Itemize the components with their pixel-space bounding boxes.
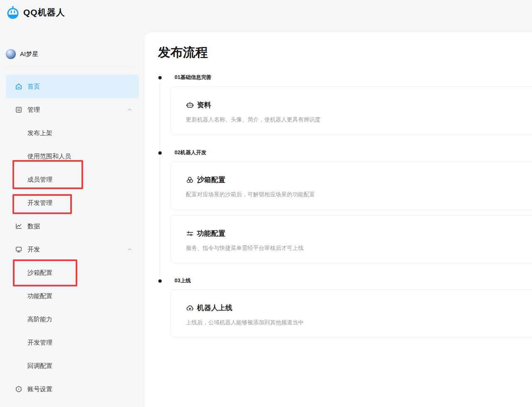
sidebar-item-advanced-capability[interactable]: 高阶能力 — [6, 308, 139, 331]
sidebar-item-label: 高阶能力 — [27, 316, 52, 323]
cloud-upload-icon — [186, 304, 194, 312]
timeline-connector — [160, 158, 160, 277]
hexagon-icon — [15, 385, 22, 393]
sidebar-item-label: 开发管理 — [27, 339, 52, 347]
sidebar-item-label: 功能配置 — [27, 292, 52, 300]
sidebar-item-label: 开发 — [27, 246, 40, 254]
card-description: 更新机器人名称、头像、简介，使机器人更具有辨识度 — [186, 116, 521, 123]
sidebar-item-label: 管理 — [27, 106, 40, 114]
sidebar-item-home[interactable]: 首页 — [6, 75, 139, 98]
doc-icon — [15, 106, 22, 113]
sidebar-item-dev-management[interactable]: 开发管理 — [6, 191, 139, 215]
step-bullet — [158, 76, 162, 79]
sidebar-item-manage[interactable]: 管理 — [6, 98, 139, 121]
sidebar-item-develop[interactable]: 开发 — [6, 238, 139, 261]
chevron-up-icon[interactable] — [127, 107, 132, 112]
monitor-icon — [15, 246, 22, 253]
timeline-connector — [160, 82, 160, 150]
step-label-3: 03上线 — [175, 277, 191, 284]
bot-avatar — [6, 49, 16, 59]
main-panel: 发布流程 01基础信息完善 02机器人开发 03上线 资料 更新机器人名称、头像… — [145, 32, 532, 407]
sidebar-divider — [6, 67, 135, 67]
robot-face-icon — [186, 101, 194, 109]
sidebar-item-publish-listing[interactable]: 发布上架 — [6, 121, 139, 145]
three-circles-icon — [186, 176, 194, 184]
card-feature-config[interactable]: 功能配置 服务、指令与快捷菜单需经平台审核后才可上线 — [170, 215, 532, 263]
card-sandbox-config[interactable]: 沙箱配置 配置对应场景的沙箱后，可解锁相应场景的功能配置 — [170, 161, 532, 210]
card-title: 沙箱配置 — [197, 175, 225, 185]
sidebar-item-sandbox-config[interactable]: 沙箱配置 — [6, 261, 139, 284]
sidebar-item-dev-management-2[interactable]: 开发管理 — [6, 331, 139, 354]
sidebar-item-label: 使用范围和人员 — [27, 153, 71, 160]
bot-selector[interactable]: AI梦星 — [6, 49, 38, 59]
sidebar-item-label: 账号设置 — [27, 385, 52, 393]
sidebar: AI梦星 首页 管理 发布上架 使用 — [0, 0, 145, 407]
step-label-1: 01基础信息完善 — [175, 74, 212, 81]
sidebar-item-account-settings[interactable]: 账号设置 — [6, 377, 139, 401]
sidebar-item-label: 沙箱配置 — [27, 269, 52, 277]
card-title: 机器人上线 — [197, 303, 232, 313]
card-description: 上线后，公域机器人能够被添加到其他频道当中 — [186, 318, 521, 326]
sidebar-item-feature-config[interactable]: 功能配置 — [6, 284, 139, 308]
sidebar-item-callback-config[interactable]: 回调配置 — [6, 354, 139, 377]
chart-icon — [15, 222, 22, 230]
page-title: 发布流程 — [158, 44, 208, 61]
sidebar-item-member-management[interactable]: 成员管理 — [6, 168, 139, 191]
step-bullet — [158, 279, 162, 283]
sidebar-item-label: 数据 — [27, 222, 40, 230]
bot-name: AI梦星 — [20, 50, 38, 58]
sidebar-item-label: 发布上架 — [27, 129, 52, 137]
card-profile[interactable]: 资料 更新机器人名称、头像、简介，使机器人更具有辨识度 — [170, 86, 532, 135]
sidebar-item-label: 开发管理 — [27, 199, 52, 207]
sidebar-menu: 首页 管理 发布上架 使用范围和人员 成员管理 开发管理 — [0, 75, 145, 401]
sidebar-item-label: 成员管理 — [27, 176, 52, 184]
step-bullet — [158, 151, 162, 155]
chevron-up-icon[interactable] — [127, 247, 132, 252]
card-description: 服务、指令与快捷菜单需经平台审核后才可上线 — [186, 244, 521, 252]
sidebar-item-label: 回调配置 — [27, 362, 52, 370]
sidebar-item-label: 首页 — [27, 83, 40, 91]
sidebar-item-data[interactable]: 数据 — [6, 215, 139, 238]
sliders-icon — [186, 229, 194, 238]
home-icon — [15, 83, 22, 90]
card-title: 资料 — [197, 100, 211, 110]
card-description: 配置对应场景的沙箱后，可解锁相应场景的功能配置 — [186, 190, 521, 198]
step-label-2: 02机器人开发 — [175, 149, 206, 156]
card-bot-go-live[interactable]: 机器人上线 上线后，公域机器人能够被添加到其他频道当中 — [170, 289, 532, 338]
sidebar-item-scope-and-users[interactable]: 使用范围和人员 — [6, 145, 139, 168]
card-title: 功能配置 — [197, 229, 225, 239]
